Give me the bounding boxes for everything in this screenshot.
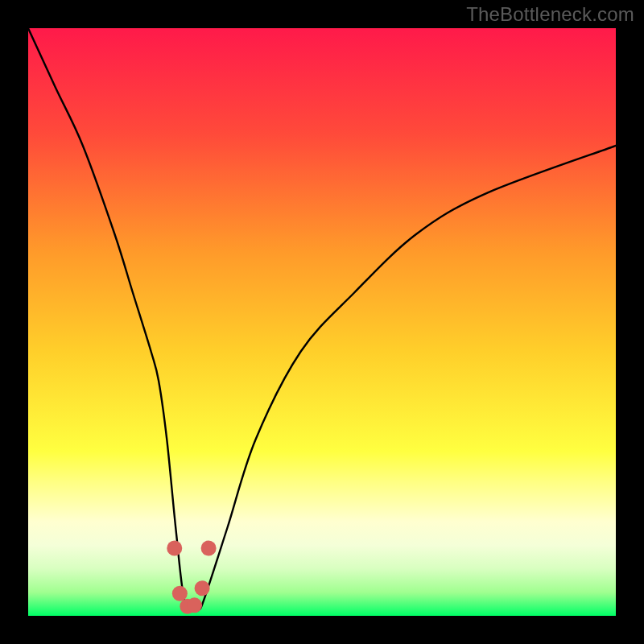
data-marker <box>167 541 182 556</box>
data-marker <box>195 580 210 596</box>
attribution-text: TheBottleneck.com <box>466 3 634 26</box>
data-marker <box>201 541 217 556</box>
data-marker <box>172 586 188 601</box>
curve-layer <box>28 28 616 616</box>
chart-outer: TheBottleneck.com <box>0 0 644 644</box>
data-marker <box>187 597 202 613</box>
plot-area <box>28 28 616 616</box>
bottleneck-curve <box>28 28 616 612</box>
